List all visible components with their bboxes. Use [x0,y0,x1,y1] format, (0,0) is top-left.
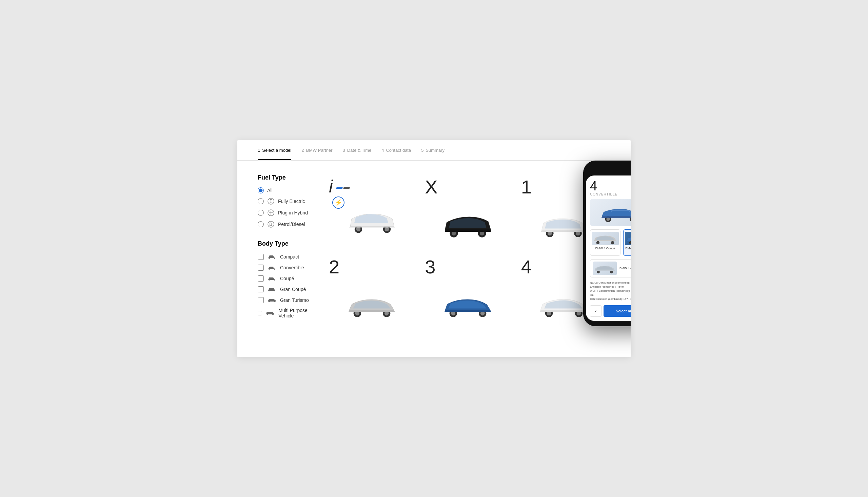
svg-point-37 [611,241,615,244]
car-svg-3 [441,292,495,318]
car-cell-i[interactable]: i ⚡ [326,174,418,251]
sidebar: Fuel Type All Fully Electric [258,174,326,331]
body-label-convertible: Convertible [280,265,304,270]
series-label-3: 3 [425,256,435,278]
compact-car-icon [267,253,277,260]
back-chevron-icon: ‹ [595,308,597,314]
step-3-label: Date & Time [347,148,372,153]
fuel-option-electric[interactable]: Fully Electric [258,198,312,205]
fuel-radio-all[interactable] [258,187,264,194]
phone-variant-coupe-label: BMW 4 Coupé [595,247,616,250]
series-label-i: i [329,178,333,195]
step-3[interactable]: 3 Date & Time [343,140,382,160]
car-svg-x [441,211,495,239]
gran-coupe-car-icon [267,286,277,293]
phone-variant-convertible[interactable]: BMW 4 Convertible M [623,229,631,256]
fuel-option-petrol[interactable]: Petrol/Diesel [258,221,312,228]
phone-select-model-button[interactable]: Select model [604,305,631,317]
phone-main-car-svg [598,201,631,223]
svg-point-38 [629,241,631,244]
step-1[interactable]: 1 Select a model [258,140,301,160]
step-5[interactable]: 5 Summary [421,140,455,160]
step-4[interactable]: 4 Contact data [382,140,421,160]
petrol-diesel-icon [267,221,275,228]
fuel-radio-petrol[interactable] [258,221,264,227]
plugin-hybrid-icon [267,209,275,216]
mpv-car-icon [265,310,275,316]
car-img-i: ⚡ [329,193,415,234]
svg-point-8 [356,227,360,231]
svg-point-23 [384,311,388,315]
svg-point-41 [610,270,613,273]
svg-point-10 [385,227,389,231]
phone-gran-coupe-img [593,261,617,275]
body-checkbox-gran-coupe[interactable] [258,286,264,293]
car-img-x [425,198,511,239]
fuel-label-all: All [267,188,273,193]
phone-variant-coupe[interactable]: BMW 4 Coupé [590,229,620,256]
fuel-radio-plugin[interactable] [258,210,264,216]
svg-point-33 [606,217,610,221]
body-checkbox-compact[interactable] [258,254,264,260]
phone-main-car-image [590,199,631,226]
phone-series-label: CONVERTIBLE [590,193,631,196]
phone-notch [607,166,631,173]
body-checkbox-gran-turismo[interactable] [258,297,264,303]
car-cell-3[interactable]: 3 [422,254,514,331]
car-svg-i [345,207,399,234]
svg-point-17 [548,231,552,236]
body-type-title: Body Type [258,240,312,247]
fuel-radio-electric[interactable] [258,198,264,204]
phone-variant-convertible-label: BMW 4 Convertible M [625,247,631,253]
fuel-option-all[interactable]: All [258,187,312,194]
phone-specs: NEFZ: Consumption (combined): -l/100 km,… [590,281,631,301]
step-2-num: 2 [301,148,304,153]
body-label-gran-coupe: Gran Coupé [280,287,306,292]
svg-point-21 [355,311,359,315]
body-checkbox-mpv[interactable] [258,310,262,316]
fuel-type-filter: All Fully Electric [258,187,312,228]
fuel-option-plugin[interactable]: Plug-in Hybrid [258,209,312,216]
svg-point-25 [451,311,455,315]
series-label-2: 2 [329,256,340,278]
car-cell-x[interactable]: X [422,174,514,251]
phone-series-num: 4 [590,180,631,193]
body-option-gran-turismo[interactable]: Gran Turismo [258,297,312,303]
car-svg-2 [345,292,399,318]
body-option-convertible[interactable]: Convertible [258,264,312,271]
step-1-num: 1 [258,148,260,153]
body-checkbox-coupe[interactable] [258,275,264,282]
body-label-coupe: Coupé [280,276,294,281]
phone-overlay: 4 CONVERTIBLE × [583,160,631,326]
body-checkbox-convertible[interactable] [258,265,264,271]
svg-point-29 [547,311,551,315]
svg-point-36 [596,241,600,244]
phone-screen: 4 CONVERTIBLE × [586,175,631,321]
phone-variant-convertible-img [625,232,631,245]
body-option-compact[interactable]: Compact [258,253,312,260]
car-img-3 [425,278,511,318]
gran-coupe-svg [593,261,617,275]
svg-point-31 [577,311,581,315]
fuel-type-title: Fuel Type [258,174,312,181]
fuel-label-petrol: Petrol/Diesel [278,222,305,227]
step-3-num: 3 [343,148,345,153]
variant-coupe-svg [592,232,619,245]
fuel-label-plugin: Plug-in Hybrid [278,210,308,215]
phone-gran-coupe[interactable]: BMW 4 Gran Coupé [590,259,631,278]
phone-back-button[interactable]: ‹ [590,305,602,317]
step-4-label: Contact data [386,148,411,153]
series-label-x: X [425,176,437,198]
step-2[interactable]: 2 BMW Partner [301,140,343,160]
fully-electric-icon [267,198,275,205]
body-option-coupe[interactable]: Coupé [258,275,312,282]
svg-point-5 [268,221,274,227]
body-option-gran-coupe[interactable]: Gran Coupé [258,286,312,293]
electric-badge-i: ⚡ [332,197,344,209]
body-type-filter: Compact Convertible Coupé [258,253,312,318]
step-4-num: 4 [382,148,384,153]
svg-point-40 [597,270,600,273]
phone-variant-coupe-img [592,232,619,245]
car-cell-2[interactable]: 2 [326,254,418,331]
body-option-mpv[interactable]: Multi Purpose Vehicle [258,308,312,318]
